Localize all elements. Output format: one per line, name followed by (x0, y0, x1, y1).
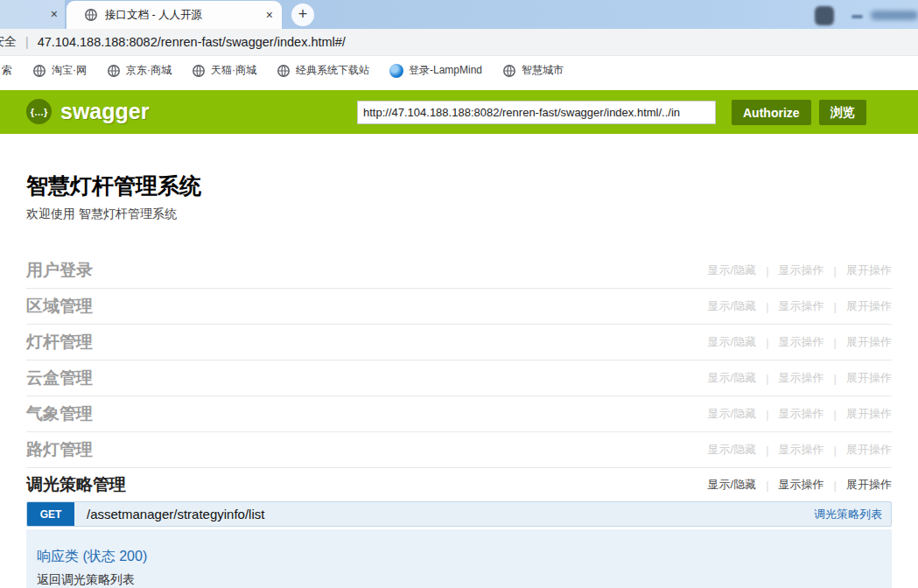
link-separator: | (834, 336, 837, 349)
api-section-row: 区域管理 显示/隐藏 | 显示操作 | 展开操作 (26, 289, 892, 325)
operation-path[interactable]: /assetmanager/strategyinfo/list (87, 507, 264, 522)
api-section-row: 云盒管理 显示/隐藏 | 显示操作 | 展开操作 (26, 360, 892, 396)
close-tab-icon[interactable]: × (51, 8, 58, 20)
swagger-logo[interactable]: {…} swagger (26, 99, 149, 124)
authorize-button[interactable]: Authorize (732, 100, 811, 125)
list-operations-link[interactable]: 显示操作 (779, 334, 824, 350)
globe-icon (107, 64, 121, 78)
response-description: 返回调光策略列表 (37, 572, 881, 588)
show-hide-link[interactable]: 显示/隐藏 (708, 406, 757, 422)
section-title-area[interactable]: 区域管理 (26, 295, 93, 318)
show-hide-link[interactable]: 显示/隐藏 (708, 262, 757, 278)
expand-operations-link[interactable]: 展开操作 (846, 442, 892, 458)
globe-icon (192, 64, 206, 78)
swagger-logo-icon: {…} (26, 99, 52, 124)
globe-icon (277, 64, 291, 78)
section-title-user-login[interactable]: 用户登录 (26, 259, 93, 282)
list-operations-link[interactable]: 显示操作 (779, 370, 824, 386)
expand-operations-link[interactable]: 展开操作 (846, 334, 892, 350)
minimize-icon[interactable] (851, 15, 863, 18)
link-separator: | (766, 372, 768, 385)
section-links: 显示/隐藏 | 显示操作 | 展开操作 (708, 477, 892, 493)
bookmark-label: 经典系统下载站 (296, 63, 369, 78)
link-separator: | (834, 372, 837, 385)
section-title-pole[interactable]: 灯杆管理 (26, 331, 93, 354)
link-separator: | (766, 444, 768, 457)
window-controls-blur (871, 10, 918, 20)
expand-operations-link[interactable]: 展开操作 (846, 370, 892, 386)
address-separator: | (25, 35, 29, 49)
tab-title: 接口文档 - 人人开源 (105, 8, 259, 23)
link-separator: | (766, 264, 768, 277)
bookmark-label: 智慧城市 (522, 63, 564, 78)
show-hide-link[interactable]: 显示/隐藏 (708, 477, 757, 493)
address-text: 安全 | 47.104.188.188:8082/renren-fast/swa… (0, 34, 346, 50)
address-bar[interactable]: 安全 | 47.104.188.188:8082/renren-fast/swa… (0, 29, 918, 56)
api-section-row: 灯杆管理 显示/隐藏 | 显示操作 | 展开操作 (26, 325, 892, 360)
section-links: 显示/隐藏 | 显示操作 | 展开操作 (708, 298, 892, 314)
list-operations-link[interactable]: 显示操作 (779, 442, 824, 458)
close-tab-icon[interactable]: × (266, 9, 273, 21)
bookmark-jd[interactable]: 京东·商城 (107, 63, 172, 78)
browser-profile-avatar[interactable] (815, 6, 834, 25)
api-section-row: 用户登录 显示/隐藏 | 显示操作 | 展开操作 (26, 253, 892, 289)
api-operation-row[interactable]: GET /assetmanager/strategyinfo/list 调光策略… (26, 501, 892, 527)
expand-operations-link[interactable]: 展开操作 (846, 477, 892, 493)
list-operations-link[interactable]: 显示操作 (779, 477, 824, 493)
show-hide-link[interactable]: 显示/隐藏 (708, 334, 757, 350)
api-section-row-expanded: 调光策略管理 显示/隐藏 | 显示操作 | 展开操作 (26, 468, 892, 501)
lampmind-icon (389, 64, 403, 78)
bookmark-label: 淘宝·网 (52, 63, 87, 78)
swagger-header: {…} swagger Authorize 浏览 (0, 90, 918, 134)
link-separator: | (834, 408, 837, 421)
link-separator: | (766, 300, 768, 313)
list-operations-link[interactable]: 显示操作 (779, 262, 824, 278)
bookmarks-bar: 索 淘宝·网 京东·商城 天猫·商城 经典系统下载站 登录-LampMind 智… (0, 56, 918, 85)
operation-detail-panel: 响应类 (状态 200) 返回调光策略列表 (26, 529, 892, 588)
show-hide-link[interactable]: 显示/隐藏 (708, 370, 757, 386)
link-separator: | (834, 479, 837, 492)
show-hide-link[interactable]: 显示/隐藏 (708, 442, 757, 458)
section-title-streetlight[interactable]: 路灯管理 (26, 438, 93, 461)
page-title: 智慧灯杆管理系统 (26, 172, 892, 200)
security-label: 安全 (0, 34, 17, 50)
bookmark-label: 京东·商城 (126, 63, 172, 78)
section-links: 显示/隐藏 | 显示操作 | 展开操作 (708, 262, 892, 278)
section-links: 显示/隐藏 | 显示操作 | 展开操作 (708, 442, 892, 458)
bookmark-tmall[interactable]: 天猫·商城 (192, 63, 256, 78)
globe-icon (502, 64, 516, 78)
expand-operations-link[interactable]: 展开操作 (846, 406, 892, 422)
operation-summary-link[interactable]: 调光策略列表 (814, 507, 882, 522)
section-title-cloudbox[interactable]: 云盒管理 (26, 367, 93, 389)
api-section-list: 用户登录 显示/隐藏 | 显示操作 | 展开操作 区域管理 显示/隐藏 | 显示… (26, 253, 892, 588)
page-subtitle: 欢迎使用 智慧灯杆管理系统 (26, 206, 892, 221)
partial-tab[interactable]: × (0, 0, 65, 29)
section-title-weather[interactable]: 气象管理 (26, 402, 93, 425)
show-hide-link[interactable]: 显示/隐藏 (708, 298, 757, 314)
expand-operations-link[interactable]: 展开操作 (846, 262, 892, 278)
bookmark-taobao[interactable]: 淘宝·网 (32, 63, 87, 78)
active-tab[interactable]: 接口文档 - 人人开源 × (67, 1, 282, 29)
globe-icon (32, 64, 46, 78)
api-url-input[interactable] (357, 101, 716, 124)
bookmark-lampmind[interactable]: 登录-LampMind (389, 63, 482, 78)
response-class-title: 响应类 (状态 200) (37, 548, 881, 566)
bookmark-smart-city[interactable]: 智慧城市 (502, 63, 564, 78)
api-section-row: 路灯管理 显示/隐藏 | 显示操作 | 展开操作 (26, 432, 892, 468)
clipped-bookmark-label[interactable]: 索 (2, 63, 12, 78)
link-separator: | (834, 264, 837, 277)
link-separator: | (834, 300, 837, 313)
browser-tab-bar: × 接口文档 - 人人开源 × + (0, 0, 918, 29)
page-url[interactable]: 47.104.188.188:8082/renren-fast/swagger/… (38, 35, 346, 49)
explore-button[interactable]: 浏览 (819, 100, 866, 125)
swagger-content: 智慧灯杆管理系统 欢迎使用 智慧灯杆管理系统 用户登录 显示/隐藏 | 显示操作… (26, 134, 892, 588)
section-links: 显示/隐藏 | 显示操作 | 展开操作 (708, 370, 892, 386)
expand-operations-link[interactable]: 展开操作 (846, 298, 892, 314)
list-operations-link[interactable]: 显示操作 (779, 298, 824, 314)
api-section-row: 气象管理 显示/隐藏 | 显示操作 | 展开操作 (26, 396, 892, 432)
new-tab-button[interactable]: + (291, 4, 314, 26)
list-operations-link[interactable]: 显示操作 (779, 406, 824, 422)
section-links: 显示/隐藏 | 显示操作 | 展开操作 (708, 334, 892, 350)
section-title-dimming-strategy[interactable]: 调光策略管理 (26, 473, 126, 496)
bookmark-classic-download[interactable]: 经典系统下载站 (277, 63, 369, 78)
